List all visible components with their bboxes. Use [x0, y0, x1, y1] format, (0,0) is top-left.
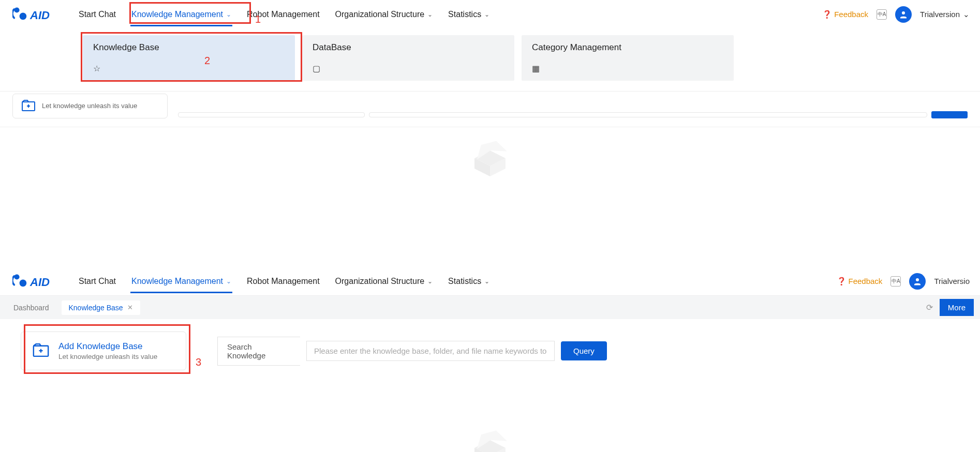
empty-box-illustration — [459, 132, 521, 179]
nav-org-structure[interactable]: Organizational Structure ⌄ — [334, 7, 434, 22]
nav-label: Organizational Structure — [335, 10, 425, 19]
refresh-icon[interactable]: ⟳ — [925, 303, 934, 312]
svg-point-1 — [20, 12, 27, 20]
svg-point-10 — [20, 279, 27, 287]
more-label: More — [948, 303, 966, 312]
nav-label: Knowledge Management — [131, 10, 223, 19]
search-input[interactable] — [306, 341, 555, 361]
nav-label: Start Chat — [79, 10, 116, 19]
tab-label: Dashboard — [13, 304, 49, 312]
nav-statistics[interactable]: Statistics ⌄ — [447, 7, 491, 22]
peek-search-strip — [178, 111, 968, 118]
more-button[interactable]: More — [940, 299, 974, 316]
svg-point-3 — [902, 11, 905, 14]
question-icon: ❓ — [822, 10, 832, 19]
empty-box-illustration — [459, 422, 521, 452]
add-knowledge-base-card[interactable]: Add Knowledge Base Let knowledge unleash… — [21, 332, 186, 370]
avatar[interactable] — [909, 273, 926, 290]
nav-start-chat[interactable]: Start Chat — [78, 274, 117, 289]
folder-plus-icon — [21, 98, 36, 113]
nav-knowledge-management[interactable]: Knowledge Management ⌄ — [130, 7, 232, 22]
query-button[interactable]: Query — [561, 341, 607, 360]
feedback-link[interactable]: ❓ Feedback — [822, 10, 868, 19]
star-icon: ☆ — [93, 64, 285, 73]
book-icon: ▢ — [313, 64, 504, 73]
nav-start-chat[interactable]: Start Chat — [78, 7, 117, 22]
language-toggle-icon[interactable]: 中A — [877, 9, 887, 20]
user-menu[interactable]: Trialversio — [934, 277, 970, 285]
chevron-down-icon: ⌄ — [484, 278, 489, 285]
nav-label: Robot Management — [247, 277, 320, 286]
grid-icon: ▦ — [532, 64, 723, 73]
add-card-subtitle: Let knowledge unleash its value — [58, 353, 157, 360]
content-area: Add Knowledge Base Let knowledge unleash… — [0, 319, 980, 452]
nav-knowledge-management[interactable]: Knowledge Management ⌄ — [130, 274, 232, 289]
top-nav-bar: AID Start Chat Knowledge Management ⌄ Ro… — [0, 0, 980, 29]
tab-bar: Dashboard Knowledge Base ✕ ⟳ More — [0, 296, 980, 319]
query-label: Query — [573, 346, 595, 355]
svg-point-0 — [14, 7, 19, 12]
svg-point-9 — [14, 274, 19, 279]
peek-subtitle: Let knowledge unleash its value — [42, 102, 137, 110]
nav-statistics[interactable]: Statistics ⌄ — [447, 274, 491, 289]
tab-knowledge-base[interactable]: Knowledge Base ✕ — [62, 300, 140, 315]
nav-label: Organizational Structure — [335, 277, 425, 286]
feedback-link[interactable]: ❓ Feedback — [837, 277, 883, 286]
logo: AID — [12, 273, 65, 290]
mega-card-database[interactable]: DataBase ▢ — [302, 35, 514, 81]
nav-label: Statistics — [448, 277, 481, 286]
chevron-down-icon: ⌄ — [226, 278, 231, 285]
nav-label: Start Chat — [79, 277, 116, 286]
knowledge-management-dropdown: Knowledge Base ☆ DataBase ▢ Category Man… — [0, 29, 980, 92]
top-nav-bar-2: AID Start Chat Knowledge Management ⌄ Ro… — [0, 267, 980, 296]
add-card-title: Add Knowledge Base — [58, 341, 157, 352]
tab-dashboard[interactable]: Dashboard — [6, 300, 56, 315]
mega-card-title: DataBase — [313, 42, 504, 53]
folder-plus-icon — [33, 343, 49, 359]
mega-card-title: Category Management — [532, 42, 723, 53]
add-knowledge-base-card-peek[interactable]: Let knowledge unleash its value — [12, 94, 168, 118]
chevron-down-icon: ⌄ — [226, 11, 231, 18]
mega-card-category-management[interactable]: Category Management ▦ — [522, 35, 734, 81]
search-type-select[interactable]: Search Knowledge — [217, 337, 300, 366]
annotation-number-3: 3 — [196, 356, 201, 368]
logo: AID — [12, 6, 65, 23]
user-menu[interactable]: Trialversion ⌄ — [920, 10, 970, 19]
svg-point-12 — [916, 278, 919, 281]
annotation-number-1: 1 — [255, 13, 261, 25]
feedback-label: Feedback — [849, 277, 883, 285]
nav-robot-management[interactable]: Robot Management — [246, 274, 321, 289]
avatar[interactable] — [895, 6, 912, 23]
svg-text:AID: AID — [29, 8, 50, 21]
chevron-down-icon: ⌄ — [427, 11, 433, 18]
search-type-label: Search Knowledge — [227, 342, 265, 360]
chevron-down-icon: ⌄ — [484, 11, 489, 18]
annotation-number-2: 2 — [204, 55, 210, 67]
mega-card-title: Knowledge Base — [93, 42, 285, 53]
mega-card-knowledge-base[interactable]: Knowledge Base ☆ — [83, 35, 295, 81]
language-toggle-icon[interactable]: 中A — [890, 276, 901, 287]
nav-org-structure[interactable]: Organizational Structure ⌄ — [334, 274, 434, 289]
tab-label: Knowledge Base — [69, 304, 123, 312]
svg-text:AID: AID — [29, 275, 50, 288]
peek-row: Let knowledge unleash its value — [0, 92, 980, 127]
search-row: Search Knowledge Query — [217, 337, 607, 366]
nav-label: Knowledge Management — [131, 277, 223, 286]
nav-label: Statistics — [448, 10, 481, 19]
user-name: Trialversion — [920, 10, 960, 19]
close-icon[interactable]: ✕ — [127, 304, 133, 311]
chevron-down-icon: ⌄ — [963, 10, 970, 19]
feedback-label: Feedback — [834, 10, 868, 19]
user-name: Trialversio — [934, 277, 970, 285]
chevron-down-icon: ⌄ — [427, 278, 433, 285]
question-icon: ❓ — [837, 277, 847, 286]
